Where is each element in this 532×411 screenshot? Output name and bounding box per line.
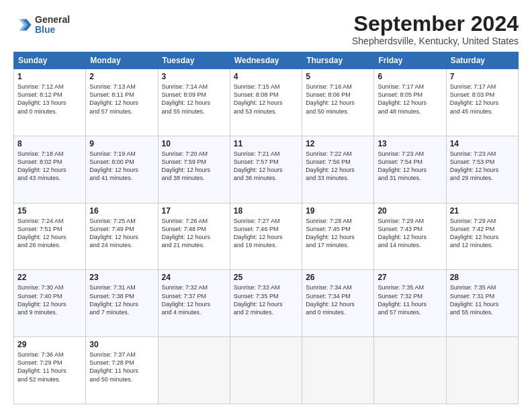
calendar-cell: 7Sunrise: 7:17 AMSunset: 8:03 PMDaylight… [446,69,518,136]
day-info: Sunrise: 7:14 AMSunset: 8:09 PMDaylight:… [162,83,226,116]
calendar-week-5: 29Sunrise: 7:36 AMSunset: 7:29 PMDayligh… [14,337,519,404]
month-title: September 2024 [352,12,519,36]
calendar-header-friday: Friday [374,52,446,69]
day-number: 3 [162,72,226,81]
calendar-header-row: SundayMondayTuesdayWednesdayThursdayFrid… [14,52,519,69]
calendar-cell: 1Sunrise: 7:12 AMSunset: 8:12 PMDaylight… [14,69,86,136]
logo-blue: Blue [35,25,70,35]
day-info: Sunrise: 7:33 AMSunset: 7:35 PMDaylight:… [234,283,298,316]
day-number: 11 [234,139,298,148]
calendar-header-saturday: Saturday [446,52,518,69]
calendar-cell: 20Sunrise: 7:29 AMSunset: 7:43 PMDayligh… [374,203,446,270]
day-info: Sunrise: 7:23 AMSunset: 7:54 PMDaylight:… [378,150,442,183]
calendar: SundayMondayTuesdayWednesdayThursdayFrid… [13,52,519,404]
day-info: Sunrise: 7:24 AMSunset: 7:51 PMDaylight:… [17,217,82,250]
day-number: 22 [17,273,82,282]
calendar-cell: 24Sunrise: 7:32 AMSunset: 7:37 PMDayligh… [158,270,230,337]
calendar-cell: 10Sunrise: 7:20 AMSunset: 7:59 PMDayligh… [158,136,230,203]
day-number: 12 [306,139,370,148]
day-number: 23 [89,273,154,282]
day-number: 20 [378,206,442,216]
logo-general: General [35,15,70,25]
calendar-header-thursday: Thursday [302,52,374,69]
calendar-week-2: 8Sunrise: 7:18 AMSunset: 8:02 PMDaylight… [14,136,519,203]
day-info: Sunrise: 7:15 AMSunset: 8:08 PMDaylight:… [234,83,298,116]
calendar-cell [374,337,446,404]
day-number: 17 [162,206,226,216]
day-info: Sunrise: 7:35 AMSunset: 7:32 PMDaylight:… [378,283,442,316]
calendar-cell: 4Sunrise: 7:15 AMSunset: 8:08 PMDaylight… [230,69,302,136]
calendar-header-tuesday: Tuesday [158,52,230,69]
day-info: Sunrise: 7:31 AMSunset: 7:38 PMDaylight:… [89,283,154,316]
day-number: 21 [450,206,515,216]
day-number: 9 [89,139,154,148]
logo: General Blue [13,15,70,36]
day-info: Sunrise: 7:23 AMSunset: 7:53 PMDaylight:… [450,150,515,183]
calendar-cell [158,337,230,404]
calendar-cell: 3Sunrise: 7:14 AMSunset: 8:09 PMDaylight… [158,69,230,136]
calendar-cell: 30Sunrise: 7:37 AMSunset: 7:28 PMDayligh… [86,337,158,404]
day-number: 13 [378,139,442,148]
calendar-cell: 25Sunrise: 7:33 AMSunset: 7:35 PMDayligh… [230,270,302,337]
location: Shepherdsville, Kentucky, United States [352,36,519,46]
day-info: Sunrise: 7:19 AMSunset: 8:00 PMDaylight:… [89,150,154,183]
calendar-week-4: 22Sunrise: 7:30 AMSunset: 7:40 PMDayligh… [14,270,519,337]
day-number: 19 [306,206,370,216]
day-number: 27 [378,273,442,282]
day-number: 24 [162,273,226,282]
calendar-week-3: 15Sunrise: 7:24 AMSunset: 7:51 PMDayligh… [14,203,519,270]
day-number: 29 [17,340,82,349]
calendar-cell [446,337,518,404]
calendar-cell: 14Sunrise: 7:23 AMSunset: 7:53 PMDayligh… [446,136,518,203]
day-info: Sunrise: 7:36 AMSunset: 7:29 PMDaylight:… [17,351,82,383]
calendar-cell [230,337,302,404]
day-info: Sunrise: 7:20 AMSunset: 7:59 PMDaylight:… [162,150,226,183]
logo-text: General Blue [35,15,70,36]
day-info: Sunrise: 7:32 AMSunset: 7:37 PMDaylight:… [162,283,226,316]
day-info: Sunrise: 7:28 AMSunset: 7:45 PMDaylight:… [306,217,370,250]
day-info: Sunrise: 7:13 AMSunset: 8:11 PMDaylight:… [89,83,154,116]
day-number: 10 [162,139,226,148]
calendar-cell: 23Sunrise: 7:31 AMSunset: 7:38 PMDayligh… [86,270,158,337]
calendar-header-sunday: Sunday [14,52,86,69]
calendar-cell: 27Sunrise: 7:35 AMSunset: 7:32 PMDayligh… [374,270,446,337]
calendar-cell: 16Sunrise: 7:25 AMSunset: 7:49 PMDayligh… [86,203,158,270]
day-info: Sunrise: 7:12 AMSunset: 8:12 PMDaylight:… [17,83,82,116]
calendar-cell: 26Sunrise: 7:34 AMSunset: 7:34 PMDayligh… [302,270,374,337]
day-info: Sunrise: 7:17 AMSunset: 8:05 PMDaylight:… [378,83,442,116]
day-number: 6 [378,72,442,81]
calendar-cell: 15Sunrise: 7:24 AMSunset: 7:51 PMDayligh… [14,203,86,270]
calendar-cell: 28Sunrise: 7:35 AMSunset: 7:31 PMDayligh… [446,270,518,337]
day-number: 14 [450,139,515,148]
calendar-cell: 18Sunrise: 7:27 AMSunset: 7:46 PMDayligh… [230,203,302,270]
day-info: Sunrise: 7:29 AMSunset: 7:42 PMDaylight:… [450,217,515,250]
calendar-header-wednesday: Wednesday [230,52,302,69]
calendar-week-1: 1Sunrise: 7:12 AMSunset: 8:12 PMDaylight… [14,69,519,136]
day-info: Sunrise: 7:29 AMSunset: 7:43 PMDaylight:… [378,217,442,250]
calendar-cell: 22Sunrise: 7:30 AMSunset: 7:40 PMDayligh… [14,270,86,337]
calendar-cell: 11Sunrise: 7:21 AMSunset: 7:57 PMDayligh… [230,136,302,203]
day-number: 15 [17,206,82,216]
day-info: Sunrise: 7:34 AMSunset: 7:34 PMDaylight:… [306,283,370,316]
day-number: 28 [450,273,515,282]
day-info: Sunrise: 7:26 AMSunset: 7:48 PMDaylight:… [162,217,226,250]
day-number: 25 [234,273,298,282]
day-number: 18 [234,206,298,216]
day-info: Sunrise: 7:17 AMSunset: 8:03 PMDaylight:… [450,83,515,116]
day-number: 8 [17,139,82,148]
calendar-cell: 13Sunrise: 7:23 AMSunset: 7:54 PMDayligh… [374,136,446,203]
calendar-header-monday: Monday [86,52,158,69]
calendar-cell: 12Sunrise: 7:22 AMSunset: 7:56 PMDayligh… [302,136,374,203]
day-info: Sunrise: 7:21 AMSunset: 7:57 PMDaylight:… [234,150,298,183]
calendar-cell: 8Sunrise: 7:18 AMSunset: 8:02 PMDaylight… [14,136,86,203]
day-number: 4 [234,72,298,81]
calendar-cell: 2Sunrise: 7:13 AMSunset: 8:11 PMDaylight… [86,69,158,136]
day-number: 2 [89,72,154,81]
title-block: September 2024 Shepherdsville, Kentucky,… [352,12,519,46]
day-info: Sunrise: 7:37 AMSunset: 7:28 PMDaylight:… [89,351,154,383]
day-number: 26 [306,273,370,282]
calendar-cell: 6Sunrise: 7:17 AMSunset: 8:05 PMDaylight… [374,69,446,136]
calendar-cell [302,337,374,404]
day-info: Sunrise: 7:30 AMSunset: 7:40 PMDaylight:… [17,283,82,316]
day-number: 7 [450,72,515,81]
